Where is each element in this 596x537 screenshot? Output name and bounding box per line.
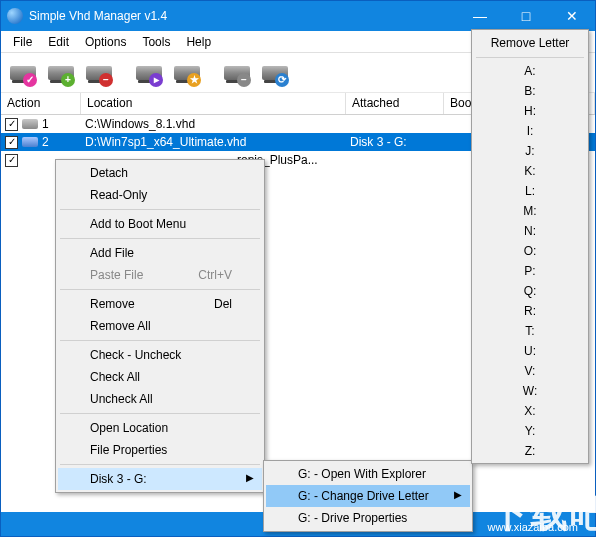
letter-item[interactable]: J: (474, 141, 586, 161)
app-title: Simple Vhd Manager v1.4 (29, 9, 457, 23)
menu-options[interactable]: Options (77, 33, 134, 51)
letter-item[interactable]: M: (474, 201, 586, 221)
row-checkbox[interactable]: ✓ (5, 118, 18, 131)
disk-icon (22, 137, 38, 147)
letter-item[interactable]: T: (474, 321, 586, 341)
maximize-button[interactable]: □ (503, 1, 549, 31)
tool-refresh[interactable]: ⟳ (259, 57, 291, 89)
submenu-letters: Remove Letter A:B:H:I:J:K:L:M:N:O:P:Q:R:… (471, 29, 589, 464)
row-checkbox[interactable]: ✓ (5, 154, 18, 167)
letter-item[interactable]: N: (474, 221, 586, 241)
ctx-readonly[interactable]: Read-Only (58, 184, 262, 206)
letter-item[interactable]: Y: (474, 421, 586, 441)
menu-file[interactable]: File (5, 33, 40, 51)
letter-item[interactable]: O: (474, 241, 586, 261)
ctx-add-file[interactable]: Add File (58, 242, 262, 264)
sub-change-letter[interactable]: G: - Change Drive Letter▶ (266, 485, 470, 507)
ctx-detach[interactable]: Detach (58, 162, 262, 184)
letter-item[interactable]: P: (474, 261, 586, 281)
letters-title: Remove Letter (474, 32, 586, 54)
ctx-check-uncheck[interactable]: Check - Uncheck (58, 344, 262, 366)
sub-open-explorer[interactable]: G: - Open With Explorer (266, 463, 470, 485)
ctx-disk-submenu[interactable]: Disk 3 - G:▶ (58, 468, 262, 490)
letter-item[interactable]: I: (474, 121, 586, 141)
app-icon (7, 8, 23, 24)
ctx-uncheck-all[interactable]: Uncheck All (58, 388, 262, 410)
tool-options[interactable]: ★ (171, 57, 203, 89)
titlebar[interactable]: Simple Vhd Manager v1.4 — □ ✕ (1, 1, 595, 31)
letter-item[interactable]: W: (474, 381, 586, 401)
letter-item[interactable]: Z: (474, 441, 586, 461)
letter-item[interactable]: X: (474, 401, 586, 421)
menu-help[interactable]: Help (178, 33, 219, 51)
header-attached[interactable]: Attached (346, 93, 444, 114)
chevron-right-icon: ▶ (246, 472, 254, 483)
sub-drive-properties[interactable]: G: - Drive Properties (266, 507, 470, 529)
ctx-remove[interactable]: RemoveDel (58, 293, 262, 315)
menu-edit[interactable]: Edit (40, 33, 77, 51)
letter-item[interactable]: A: (474, 61, 586, 81)
disk-icon (22, 119, 38, 129)
letter-item[interactable]: K: (474, 161, 586, 181)
ctx-open-location[interactable]: Open Location (58, 417, 262, 439)
letter-item[interactable]: V: (474, 361, 586, 381)
header-action[interactable]: Action (1, 93, 81, 114)
row-checkbox[interactable]: ✓ (5, 136, 18, 149)
tool-add[interactable]: + (45, 57, 77, 89)
chevron-right-icon: ▶ (454, 489, 462, 500)
letter-item[interactable]: U: (474, 341, 586, 361)
context-menu: Detach Read-Only Add to Boot Menu Add Fi… (55, 159, 265, 493)
minimize-button[interactable]: — (457, 1, 503, 31)
tool-boot[interactable]: ▸ (133, 57, 165, 89)
menu-tools[interactable]: Tools (134, 33, 178, 51)
letter-item[interactable]: H: (474, 101, 586, 121)
header-location[interactable]: Location (81, 93, 346, 114)
tool-remove[interactable]: − (83, 57, 115, 89)
ctx-paste-file: Paste FileCtrl+V (58, 264, 262, 286)
ctx-add-boot[interactable]: Add to Boot Menu (58, 213, 262, 235)
submenu-disk: G: - Open With Explorer G: - Change Driv… (263, 460, 473, 532)
letter-item[interactable]: L: (474, 181, 586, 201)
ctx-remove-all[interactable]: Remove All (58, 315, 262, 337)
letter-item[interactable]: Q: (474, 281, 586, 301)
letter-item[interactable]: B: (474, 81, 586, 101)
letter-item[interactable]: R: (474, 301, 586, 321)
tool-attach[interactable]: ✓ (7, 57, 39, 89)
tool-detach[interactable]: − (221, 57, 253, 89)
close-button[interactable]: ✕ (549, 1, 595, 31)
ctx-file-properties[interactable]: File Properties (58, 439, 262, 461)
ctx-check-all[interactable]: Check All (58, 366, 262, 388)
